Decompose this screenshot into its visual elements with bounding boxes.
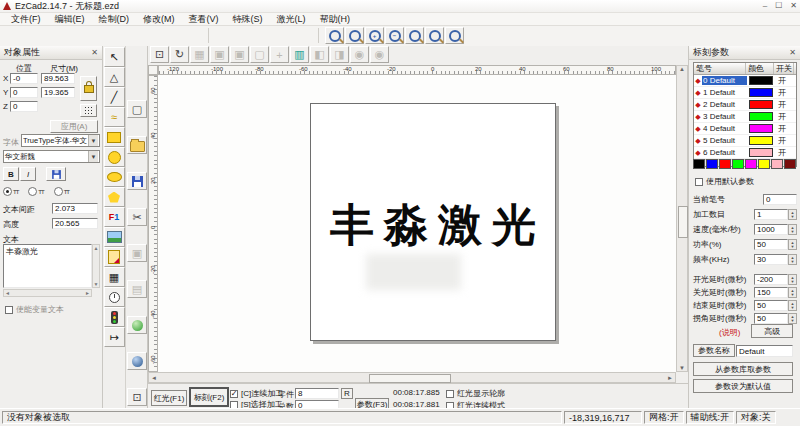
layers-button[interactable]: ▥ (290, 46, 309, 63)
select-tool[interactable]: ↖ (104, 47, 125, 67)
unlock-button[interactable]: ▢ (250, 46, 269, 63)
menu-item[interactable]: 查看(V) (182, 13, 226, 26)
spinner-icon[interactable]: ▲▼ (788, 274, 797, 285)
output-port-tool[interactable]: ↦ (104, 327, 125, 347)
variable-text-checkbox[interactable]: 使能变量文本 (5, 304, 64, 315)
canvas-hscrollbar[interactable]: ◄ ► (148, 372, 676, 383)
preview-2-button[interactable]: ◉ (370, 46, 389, 63)
pen-column-header[interactable]: 笔号 (694, 63, 746, 74)
param-input[interactable]: 1 (754, 209, 788, 220)
mirror-horizontal-button[interactable]: ◧ (310, 46, 329, 63)
zoom-object-icon[interactable] (445, 27, 464, 44)
node-edit-tool[interactable]: △ (104, 67, 125, 87)
param-name-input[interactable]: Default (736, 345, 793, 357)
text-object[interactable]: 丰淼激光 (311, 196, 555, 255)
zoom-in-icon[interactable]: + (365, 27, 384, 44)
hscroll-thumb[interactable] (369, 374, 451, 383)
minimize-button[interactable]: – (763, 1, 767, 11)
param-input[interactable]: 30 (754, 254, 788, 265)
palette-swatch[interactable] (706, 159, 718, 169)
snap-node-button[interactable]: + (270, 46, 289, 63)
mirror-vertical-button[interactable]: ◨ (330, 46, 349, 63)
redo-button[interactable] (127, 316, 147, 334)
pen-column-header[interactable]: 开关 (774, 63, 794, 74)
advanced-button[interactable]: 高级 (751, 324, 793, 338)
put-to-origin-button[interactable]: ⊡ (150, 46, 169, 63)
size-x-input[interactable]: 89.563 (41, 73, 75, 84)
font-type-dropdown[interactable]: TrueType字体-华文新 ▼ (21, 134, 100, 147)
drawing-canvas[interactable]: 丰淼激光 (158, 75, 676, 372)
scroll-up-icon[interactable]: ▲ (679, 66, 685, 72)
scroll-down-icon[interactable]: ▼ (679, 365, 685, 371)
mark-button[interactable]: 标刻(F2) (189, 387, 229, 407)
palette-swatch[interactable] (758, 159, 770, 169)
input-port-tool[interactable] (104, 307, 125, 327)
mark-panel-header[interactable]: 标刻参数 ✕ (689, 46, 800, 60)
pen-row[interactable]: ◆2 Default开 (694, 99, 796, 111)
pen-row[interactable]: ◆4 Default开 (694, 123, 796, 135)
text-arrange-option-2[interactable]: TT (28, 187, 43, 196)
save-font-button[interactable] (46, 167, 66, 181)
font-name-dropdown[interactable]: 华文新魏 ▼ (3, 150, 100, 163)
bitmap-tool[interactable] (104, 227, 125, 247)
text-tool[interactable]: F1 (104, 207, 125, 227)
canvas-vscrollbar[interactable]: ▲ ▼ (676, 65, 688, 372)
zoom-out-icon[interactable]: − (385, 27, 404, 44)
save-file-button[interactable] (127, 172, 147, 190)
menu-item[interactable]: 激光(L) (270, 13, 313, 26)
param-input[interactable]: 1000 (754, 224, 788, 235)
guides-status[interactable]: 辅助线:开 (686, 411, 735, 424)
red-outline-checkbox[interactable]: 红光显示轮廓 (446, 388, 505, 399)
pen-row[interactable]: ◆6 Default开 (694, 147, 796, 159)
menu-item[interactable]: 编辑(E) (48, 13, 92, 26)
spinner-icon[interactable]: ▲▼ (788, 254, 797, 265)
paste-button[interactable]: ▤ (127, 280, 147, 298)
param-library-button[interactable]: 从参数库取参数 (693, 362, 793, 376)
text-arrange-option-1[interactable]: TT (3, 187, 18, 196)
object-snap-status[interactable]: 对象:关 (736, 411, 776, 424)
spinner-icon[interactable]: ▲▼ (788, 300, 797, 311)
menu-item[interactable]: 帮助(H) (313, 13, 358, 26)
vscroll-thumb[interactable] (678, 206, 688, 238)
param-name-button[interactable]: 参数名称 (693, 344, 735, 357)
rectangle-tool[interactable] (104, 127, 125, 147)
panel-close-icon[interactable]: ✕ (91, 48, 98, 57)
menu-item[interactable]: 文件(F) (4, 13, 48, 26)
pen-column-header[interactable]: 颜色 (746, 63, 774, 74)
copy-button[interactable]: ▣ (127, 244, 147, 262)
position-x-input[interactable]: -0 (10, 73, 38, 84)
scroll-right-icon[interactable]: ► (667, 375, 673, 381)
lock-2-button[interactable]: ▣ (230, 46, 249, 63)
menu-item[interactable]: 绘制(D) (92, 13, 137, 26)
scroll-left-icon[interactable]: ◄ (151, 375, 157, 381)
text-hscrollbar[interactable]: ◄► (3, 289, 92, 297)
height-input[interactable]: 20.565 (52, 218, 98, 229)
polygon-tool[interactable] (104, 187, 125, 207)
red-light-button[interactable]: 红光(F1) (151, 390, 187, 406)
open-file-button[interactable] (127, 136, 147, 154)
spinner-icon[interactable]: ▲▼ (788, 209, 797, 220)
move-origin-button[interactable]: ⊡ (127, 388, 147, 406)
palette-swatch[interactable] (719, 159, 731, 169)
zoom-select-icon[interactable] (325, 27, 344, 44)
palette-swatch[interactable] (771, 159, 783, 169)
position-y-input[interactable]: 0 (10, 87, 38, 98)
undo-button[interactable] (127, 352, 147, 370)
spinner-icon[interactable]: ▲▼ (788, 224, 797, 235)
text-vscrollbar[interactable]: ▲▼ (92, 244, 100, 288)
palette-swatch[interactable] (745, 159, 757, 169)
set-default-button[interactable]: 参数设为默认值 (693, 379, 793, 393)
zoom-all-icon[interactable] (405, 27, 424, 44)
palette-swatch[interactable] (732, 159, 744, 169)
spinner-icon[interactable]: ▲▼ (788, 313, 797, 324)
zoom-page-icon[interactable] (425, 27, 444, 44)
pen-row[interactable]: ◆1 Default开 (694, 87, 796, 99)
rotate-button[interactable]: ↻ (170, 46, 189, 63)
zoom-pan-icon[interactable] (345, 27, 364, 44)
palette-swatch[interactable] (693, 159, 705, 169)
text-arrange-option-3[interactable]: TT (54, 187, 69, 196)
maximize-button[interactable]: ☐ (775, 1, 782, 11)
param-input[interactable]: 50 (754, 239, 788, 250)
menu-item[interactable]: 特殊(S) (226, 13, 270, 26)
italic-button[interactable]: I (20, 167, 36, 181)
